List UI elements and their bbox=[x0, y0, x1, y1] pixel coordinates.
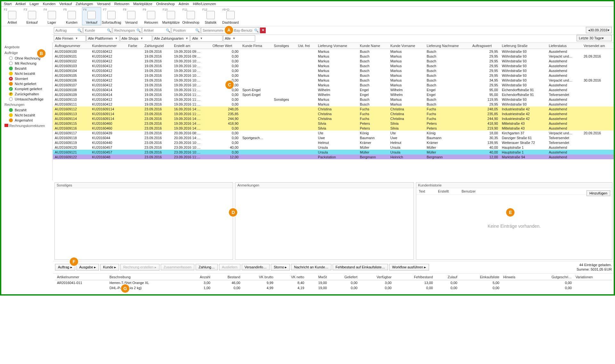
sidebar-item[interactable]: Nicht bezahlt bbox=[1, 71, 52, 76]
menu-marktplätze[interactable]: Marktplätze bbox=[133, 2, 152, 6]
table-row[interactable]: AU201609102KU2016041219.09.201619.09.201… bbox=[53, 59, 614, 63]
search-icon[interactable]: 🔍 bbox=[136, 28, 141, 33]
table-row[interactable]: AU201609122KU201604823.09.201623.09.2016… bbox=[53, 154, 614, 159]
sidebar-item[interactable]: Angemahnt bbox=[1, 118, 52, 123]
col-header[interactable]: Auftragswert bbox=[470, 43, 500, 49]
table-row[interactable]: AU201609111KU2016041219.09.201619.09.201… bbox=[53, 102, 614, 107]
dropdown[interactable]: Alle Shops▼ bbox=[120, 35, 152, 42]
line-col[interactable]: VK brutto bbox=[242, 274, 275, 280]
search-kunde[interactable]: 🔍 bbox=[83, 27, 112, 34]
sidebar-group[interactable]: Angebote bbox=[1, 44, 52, 50]
action-button[interactable]: Zahlung… bbox=[196, 264, 218, 270]
search-position[interactable]: 🔍 bbox=[172, 27, 200, 34]
menu-versand[interactable]: Versand bbox=[97, 2, 110, 6]
sidebar-item[interactable]: Bezahlt bbox=[1, 66, 52, 71]
line-col[interactable]: Variationen bbox=[574, 274, 612, 280]
search-rechnungsnummer[interactable]: 🔍 bbox=[113, 27, 142, 34]
dropdown[interactable]: Alle Zahlungsarten▼ bbox=[153, 35, 190, 42]
col-header[interactable]: Versendet am bbox=[582, 43, 614, 49]
dropdown[interactable]: Alle Firmen▼ bbox=[54, 35, 86, 42]
search-icon[interactable]: 🔍 bbox=[195, 28, 200, 33]
ribbon-statistik[interactable]: F12Statistik bbox=[201, 7, 220, 25]
line-col[interactable]: Anzahl bbox=[186, 274, 212, 280]
sidebar-item[interactable]: Nicht geliefert bbox=[1, 81, 52, 86]
dropdown[interactable]: Alle Plattformen▼ bbox=[86, 35, 119, 42]
table-row[interactable]: AU201609103KU2016041219.09.201619.09.201… bbox=[53, 63, 614, 68]
menu-kunden[interactable]: Kunden bbox=[43, 2, 56, 6]
table-row[interactable]: AU201609117KU2016043923.09.201620.09.201… bbox=[53, 131, 614, 135]
table-row[interactable]: AU201609112KU20160911423.09.201616.09.20… bbox=[53, 107, 614, 111]
table-row[interactable]: AU201609100KU2016041219.09.201619.09.201… bbox=[53, 49, 614, 54]
clear-filters-button[interactable]: ✕ bbox=[260, 28, 266, 33]
orders-grid[interactable]: AuftragsnummerKundennummerFarbeZahlungsz… bbox=[53, 43, 614, 180]
search-icon[interactable]: 🔍 bbox=[107, 28, 112, 33]
col-header[interactable]: Auftragsnummer bbox=[53, 43, 90, 49]
table-row[interactable]: AU201609105KU2016041219.09.201619.09.201… bbox=[53, 73, 614, 78]
search-ebay-benutzer[interactable]: 🔍 bbox=[231, 27, 259, 34]
date-picker[interactable]: ◂ 30.09.2016 ▾ bbox=[586, 27, 612, 33]
col-header[interactable]: Kundennummer bbox=[90, 43, 126, 49]
table-row[interactable]: AU201609121KU2016045723.09.201623.09.201… bbox=[53, 150, 614, 154]
line-col[interactable]: Beschreibung bbox=[108, 274, 186, 280]
ribbon-retouren[interactable]: F9Retouren bbox=[142, 7, 161, 25]
table-row[interactable]: AU201609116KU2016046023.09.201619.09.201… bbox=[53, 126, 614, 131]
col-header[interactable]: Sonstiges bbox=[272, 43, 296, 49]
sidebar-item[interactable]: Bezahlt bbox=[1, 107, 52, 113]
action-button[interactable]: Nachricht an Kunde… bbox=[291, 264, 331, 270]
ribbon-marktplätze[interactable]: F10Marktplätze bbox=[161, 7, 181, 25]
ribbon-dashboard[interactable]: Alt+DDashboard bbox=[221, 7, 240, 25]
col-header[interactable]: Lieferung Nachname bbox=[425, 43, 470, 49]
col-header[interactable]: Kunde Firma bbox=[240, 43, 272, 49]
line-col[interactable]: Einkaufsliste bbox=[459, 274, 501, 280]
table-row[interactable]: AU201609110KU2016041219.09.201619.09.201… bbox=[53, 97, 614, 102]
action-button[interactable]: Ausgabe ▸ bbox=[77, 264, 99, 271]
search-auftrag[interactable]: 🔍 bbox=[54, 27, 83, 34]
ribbon-verkauf[interactable]: F6Verkauf bbox=[82, 7, 101, 25]
sidebar-item[interactable]: Mit Rechnung bbox=[1, 61, 52, 66]
table-row[interactable]: AU201609109KU2016041419.09.201619.09.201… bbox=[53, 92, 614, 97]
line-col[interactable]: VK netto bbox=[275, 274, 306, 280]
dropdown[interactable]: Alle▼ bbox=[190, 35, 223, 42]
line-col[interactable]: MwSt bbox=[306, 274, 329, 280]
line-col[interactable]: Hinweis bbox=[501, 274, 530, 280]
ribbon-artikel[interactable]: F2Artikel bbox=[3, 7, 22, 25]
ribbon-versand[interactable]: F8Versand bbox=[122, 7, 141, 25]
ribbon-onlineshop[interactable]: F11Onlineshop bbox=[181, 7, 200, 25]
table-row[interactable]: AU201609107KU2016041219.09.201619.09.201… bbox=[53, 83, 614, 87]
menu-zahlungen[interactable]: Zahlungen bbox=[76, 2, 93, 6]
action-button[interactable]: Storno ▸ bbox=[271, 264, 290, 271]
line-col[interactable]: Zulauf bbox=[435, 274, 459, 280]
line-col[interactable]: Artikelnummer bbox=[55, 274, 108, 280]
table-row[interactable]: AU201609120KU2016045723.09.201623.09.201… bbox=[53, 145, 614, 150]
line-col[interactable]: Bestand bbox=[212, 274, 242, 280]
menu-verkauf[interactable]: Verkauf bbox=[59, 2, 72, 6]
table-row[interactable]: AU201609101KU2016041219.09.201619.09.201… bbox=[53, 54, 614, 59]
menu-start[interactable]: Start bbox=[4, 2, 12, 6]
table-row[interactable]: AU201609118KU201604423.09.201620.09.2016… bbox=[53, 135, 614, 140]
col-header[interactable]: Zahlungsziel bbox=[142, 43, 172, 49]
sidebar-item[interactable]: ✕Storniert bbox=[1, 76, 52, 81]
line-col[interactable]: Geliefert bbox=[329, 274, 360, 280]
search-artikel[interactable]: 🔍 bbox=[142, 27, 171, 34]
search-icon[interactable]: 🔍 bbox=[166, 28, 171, 33]
col-header[interactable]: Lieferung Vorname bbox=[316, 43, 358, 49]
sidebar-item[interactable]: Ohne Rechnung bbox=[1, 56, 52, 61]
search-icon[interactable]: 🔍 bbox=[77, 28, 82, 33]
line-row[interactable]: AR2016041-011Herren-T-Shirt Orange XL3,0… bbox=[55, 280, 612, 285]
line-col[interactable]: Verfügbar bbox=[360, 274, 393, 280]
col-header[interactable]: Kunde Vorname bbox=[388, 43, 425, 49]
table-row[interactable]: AU201609119KU2016044023.09.201623.09.201… bbox=[53, 140, 614, 145]
main-menu[interactable]: StartArtikelLagerKundenVerkaufZahlungenV… bbox=[1, 1, 614, 7]
action-button[interactable]: Workflow ausführen ▸ bbox=[389, 264, 429, 271]
range-picker[interactable]: Letzte 30 Tage ▾ bbox=[577, 35, 612, 41]
col-header[interactable]: Farbe bbox=[126, 43, 142, 49]
col-header[interactable]: Kunde Name bbox=[358, 43, 388, 49]
col-header[interactable]: Erstellt am bbox=[172, 43, 210, 49]
table-row[interactable]: AU201609115KU2016046023.09.201619.09.201… bbox=[53, 121, 614, 126]
ribbon-einkauf[interactable]: F3Einkauf bbox=[22, 7, 42, 25]
action-button[interactable]: Versandinfo… bbox=[242, 264, 270, 270]
sidebar-item[interactable]: Umtauschaufträge bbox=[1, 97, 52, 102]
dropdown[interactable]: Alle▼ bbox=[223, 35, 255, 42]
table-row[interactable]: AU201609104KU2016041219.09.201619.09.201… bbox=[53, 68, 614, 73]
ribbon-sofortauftrag[interactable]: F7Sofortauftrag bbox=[102, 7, 121, 25]
